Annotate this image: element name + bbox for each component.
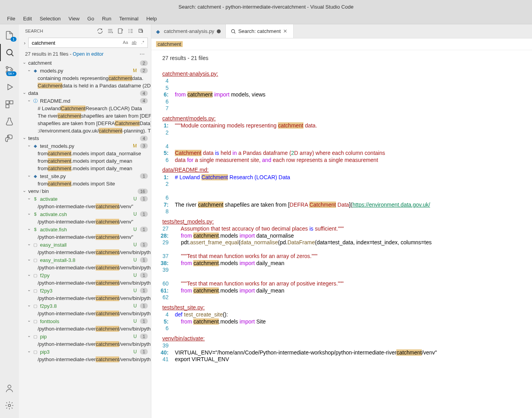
accounts-icon[interactable]: [0, 380, 19, 397]
editor-area: ◆ catchment-analysis.py Search: catchmen…: [151, 24, 532, 418]
tab-catchment-analysis[interactable]: ◆ catchment-analysis.py: [151, 24, 226, 38]
file-easy-install-38[interactable]: ›▢easy_install-3.8U1: [19, 256, 151, 264]
search-match[interactable]: /python-intermediate-rivercatchment/venv…: [19, 203, 151, 210]
file-heading[interactable]: tests/test_site.py:: [151, 301, 532, 312]
debug-icon[interactable]: [0, 78, 19, 96]
svg-point-1: [6, 67, 8, 69]
menu-view[interactable]: View: [65, 14, 84, 23]
match-whole-word-icon[interactable]: ab: [131, 38, 138, 46]
close-icon[interactable]: ✕: [283, 28, 289, 34]
search-match[interactable]: The river catchment shapefiles are taken…: [19, 112, 151, 120]
file-test-models[interactable]: › ◆ test_models.py M 3: [19, 142, 151, 150]
menu-edit[interactable]: Edit: [19, 14, 36, 23]
search-match[interactable]: /python-intermediate-rivercatchment/venv…: [19, 294, 151, 302]
search-match[interactable]: /python-intermediate-rivercatchment/venv…: [19, 279, 151, 287]
file-heading[interactable]: catchment-analysis.py:: [151, 67, 532, 78]
file-heading[interactable]: venv/bin/activate:: [151, 332, 532, 343]
match-case-icon[interactable]: Aa: [122, 38, 129, 46]
count-badge: 1: [140, 288, 148, 293]
scm-icon[interactable]: 5K+: [0, 61, 19, 78]
search-match[interactable]: /python-intermediate-rivercatchment/venv…: [19, 233, 151, 241]
menu-terminal[interactable]: Terminal: [115, 14, 142, 23]
file-f2py[interactable]: ›▢f2pyU1: [19, 271, 151, 279]
python-file-icon: ◆: [156, 29, 162, 34]
refresh-icon[interactable]: [96, 27, 104, 35]
collapse-all-icon[interactable]: [137, 27, 145, 35]
chevron-down-icon: ›: [22, 91, 27, 96]
search-editor-content[interactable]: 27 results - 21 files catchment-analysis…: [151, 50, 532, 418]
file-test-site[interactable]: › ◆ test_site.py 1: [19, 172, 151, 180]
chevron-down-icon: ›: [27, 211, 32, 217]
file-f2py38[interactable]: ›▢f2py3.8U1: [19, 302, 151, 310]
search-icon[interactable]: [0, 44, 19, 61]
file-models-py[interactable]: › ◆ models.py M 2: [19, 67, 151, 75]
file-f2py3[interactable]: ›▢f2py3U1: [19, 287, 151, 294]
open-in-editor-link[interactable]: Open in editor: [73, 51, 104, 57]
folder-label: catchment: [27, 60, 138, 66]
chevron-down-icon: ›: [27, 98, 32, 104]
new-search-editor-icon[interactable]: [116, 27, 124, 35]
search-term-chip[interactable]: catchment: [156, 41, 183, 47]
settings-icon[interactable]: [0, 397, 19, 414]
search-match[interactable]: shapefiles are taken from [DEFRA Catchme…: [19, 120, 151, 127]
search-match[interactable]: Catchment data is held in a Pandas dataf…: [19, 82, 151, 89]
python-icon[interactable]: [0, 130, 19, 147]
folder-label: tests: [27, 135, 138, 141]
file-activate-csh[interactable]: ›$activate.cshU1: [19, 210, 151, 218]
extensions-icon[interactable]: [0, 96, 19, 113]
menu-help[interactable]: Help: [142, 14, 161, 23]
file-label: activate.csh: [40, 211, 133, 217]
folder-catchment[interactable]: › catchment 2: [19, 59, 151, 67]
count-badge: 1: [140, 242, 148, 247]
file-pip[interactable]: ›▢pipU1: [19, 333, 151, 340]
file-activate[interactable]: ›$activateU1: [19, 195, 151, 203]
search-match[interactable]: /python-intermediate-rivercatchment/venv…: [19, 340, 151, 348]
search-match[interactable]: /python-intermediate-rivercatchment/venv…: [19, 218, 151, 225]
count-badge: 1: [140, 318, 148, 324]
search-match[interactable]: containing models representing catchment…: [19, 75, 151, 82]
testing-icon[interactable]: [0, 113, 19, 130]
chevron-down-icon: ›: [27, 227, 32, 232]
search-match[interactable]: from catchment.models import daily_mean: [19, 157, 151, 165]
file-heading[interactable]: tests/test_models.py:: [151, 215, 532, 226]
count-badge: 1: [140, 334, 148, 339]
view-as-tree-icon[interactable]: [127, 27, 134, 35]
search-match[interactable]: /python-intermediate-rivercatchment/venv…: [19, 310, 151, 317]
search-match[interactable]: /python-intermediate-rivercatchment/venv…: [19, 325, 151, 333]
file-easy-install[interactable]: ›▢easy_installU1: [19, 241, 151, 249]
menu-selection[interactable]: Selection: [36, 14, 64, 23]
file-fonttools[interactable]: ›▢fonttoolsU1: [19, 317, 151, 325]
folder-tests[interactable]: › tests 4: [19, 134, 151, 142]
menu-go[interactable]: Go: [84, 14, 98, 23]
file-readme-md[interactable]: › ⓘ README.md 4: [19, 97, 151, 105]
clear-icon[interactable]: [106, 27, 114, 35]
results-tree[interactable]: › catchment 2 › ◆ models.py M 2 containi…: [19, 59, 151, 418]
search-match[interactable]: /python-intermediate-rivercatchment/venv…: [19, 264, 151, 271]
search-match[interactable]: from catchment.models import Site: [19, 180, 151, 187]
menu-run[interactable]: Run: [98, 14, 115, 23]
folder-data[interactable]: › data 4: [19, 89, 151, 97]
search-match[interactable]: from catchment.models import daily_mean: [19, 165, 151, 172]
file-activate-fish[interactable]: ›$activate.fishU1: [19, 225, 151, 233]
search-match[interactable]: ://environment.data.gov.uk/catchment-pla…: [19, 127, 151, 134]
folder-venv-bin[interactable]: › venv/bin 16: [19, 187, 151, 195]
explorer-icon[interactable]: 1: [0, 27, 19, 44]
svg-rect-6: [6, 105, 9, 108]
file-pip3[interactable]: ›▢pip3U1: [19, 348, 151, 356]
chevron-down-icon: ›: [22, 136, 27, 141]
menu-file[interactable]: File: [3, 14, 19, 23]
file-label: models.py: [40, 68, 133, 74]
git-status: M: [133, 143, 137, 149]
chevron-down-icon: ›: [27, 143, 32, 149]
more-options-icon[interactable]: ⋯: [140, 51, 145, 57]
git-status: U: [133, 334, 137, 339]
file-heading[interactable]: catchment/models.py:: [151, 112, 532, 123]
regex-icon[interactable]: .*: [139, 38, 146, 46]
search-match[interactable]: from catchment.models import data_normal…: [19, 150, 151, 157]
file-heading[interactable]: data/README.md:: [151, 164, 532, 174]
tab-search-catchment[interactable]: Search: catchment ✕: [226, 24, 294, 38]
search-match[interactable]: /python-intermediate-rivercatchment/venv…: [19, 249, 151, 256]
search-match[interactable]: /python-intermediate-rivercatchment/venv…: [19, 356, 151, 363]
toggle-replace-icon[interactable]: ›: [22, 40, 27, 46]
search-match[interactable]: # Lowland Catchment Research (LOCAR) Dat…: [19, 105, 151, 112]
